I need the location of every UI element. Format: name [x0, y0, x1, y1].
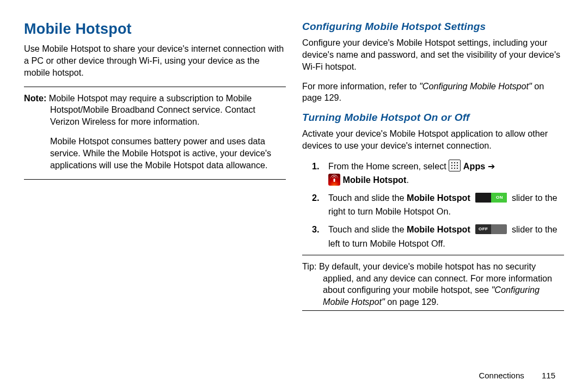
- divider: [302, 255, 564, 255]
- slider-off-icon: OFF: [475, 224, 507, 234]
- step1-apps-label: Apps: [463, 161, 488, 171]
- tip-label: Tip:: [302, 261, 316, 271]
- manual-page: Mobile Hotspot Use Mobile Hotspot to sha…: [0, 0, 588, 392]
- configuring-reference: For more information, refer to "Configur…: [302, 81, 564, 105]
- step2-text-a: Touch and slide the: [328, 193, 407, 203]
- note-paragraph-2: Mobile Hotspot consumes battery power an…: [24, 136, 286, 171]
- step-2: Touch and slide the Mobile Hotspot ON sl…: [302, 191, 564, 218]
- intro-paragraph: Use Mobile Hotspot to share your device'…: [24, 43, 286, 79]
- slider-off-label: OFF: [479, 224, 488, 234]
- slider-on-label: ON: [496, 193, 503, 203]
- step3-text-a: Touch and slide the: [328, 224, 407, 234]
- turning-intro: Activate your device's Mobile Hotspot ap…: [302, 128, 564, 152]
- step-1: From the Home screen, select Apps ➔ Mobi…: [302, 160, 564, 187]
- steps-list: From the Home screen, select Apps ➔ Mobi…: [302, 160, 564, 250]
- left-column: Mobile Hotspot Use Mobile Hotspot to sha…: [24, 21, 286, 376]
- step2-bold: Mobile Hotspot: [407, 193, 470, 203]
- step1-text-a: From the Home screen, select: [328, 161, 449, 171]
- ref-pre: For more information, refer to: [302, 81, 419, 91]
- tip-block: Tip: By default, your device's mobile ho…: [302, 261, 564, 308]
- divider: [302, 310, 564, 311]
- chapter-name: Connections: [479, 371, 524, 380]
- section-heading: Mobile Hotspot: [24, 21, 286, 38]
- mobile-hotspot-icon: [328, 174, 340, 186]
- page-footer: Connections 115: [479, 371, 555, 380]
- slider-on-icon: ON: [475, 193, 507, 203]
- divider: [24, 87, 286, 87]
- tip-end: on page 129.: [385, 297, 439, 307]
- page-number: 115: [542, 371, 555, 380]
- turning-heading: Turning Mobile Hotspot On or Off: [302, 112, 564, 124]
- note-text-1: Mobile Hotspot may require a subscriptio…: [46, 93, 255, 127]
- divider: [24, 179, 286, 180]
- step3-bold: Mobile Hotspot: [407, 224, 470, 234]
- arrow-icon: ➔: [488, 161, 495, 171]
- ref-title: "Configuring Mobile Hotspot": [419, 81, 532, 91]
- note-label: Note:: [24, 93, 46, 103]
- step1-end: .: [406, 175, 409, 185]
- note-paragraph-1: Note: Mobile Hotspot may require a subsc…: [24, 93, 286, 128]
- apps-grid-icon: [449, 160, 461, 171]
- configuring-heading: Configuring Mobile Hotspot Settings: [302, 21, 564, 33]
- step-3: Touch and slide the Mobile Hotspot OFF s…: [302, 223, 564, 250]
- right-column: Configuring Mobile Hotspot Settings Conf…: [302, 21, 564, 376]
- configuring-paragraph: Configure your device's Mobile Hotspot s…: [302, 37, 564, 73]
- note-block: Note: Mobile Hotspot may require a subsc…: [24, 93, 286, 171]
- step1-hotspot-label: Mobile Hotspot: [343, 175, 407, 185]
- tip-paragraph: Tip: By default, your device's mobile ho…: [302, 261, 564, 308]
